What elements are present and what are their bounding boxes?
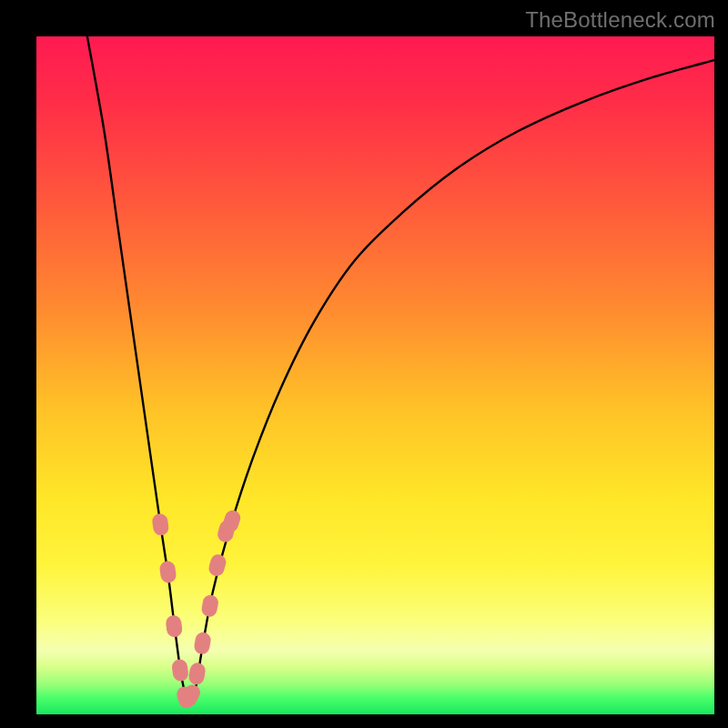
watermark-label: TheBottleneck.com [525, 7, 715, 33]
bottleneck-chart [36, 36, 714, 714]
plot-area [36, 36, 714, 714]
chart-frame: TheBottleneck.com [0, 0, 728, 728]
